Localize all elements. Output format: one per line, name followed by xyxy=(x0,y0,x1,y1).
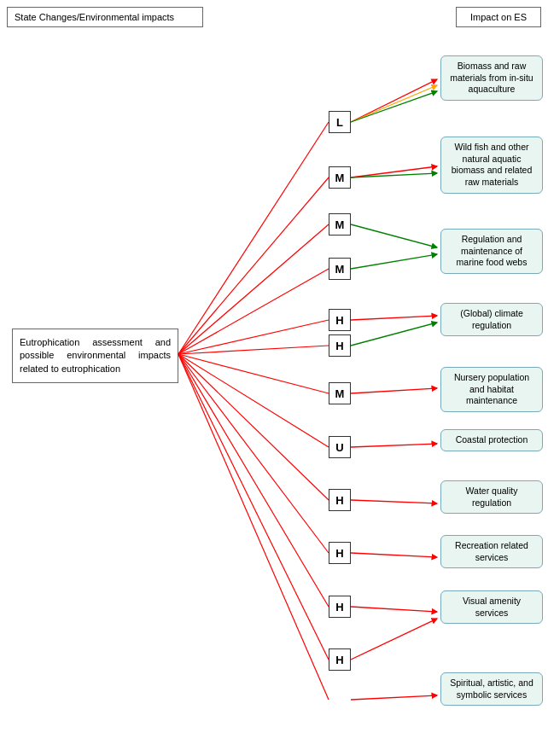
svg-line-0 xyxy=(178,122,329,354)
letter-box-M2: M xyxy=(329,213,351,236)
svg-line-24 xyxy=(351,500,437,503)
es-box-3: Regulation and maintenance of marine foo… xyxy=(440,229,543,274)
letter-box-H2: H xyxy=(329,334,351,357)
letter-box-M4: M xyxy=(329,382,351,404)
es-box-9: Visual amenity services xyxy=(440,590,543,624)
svg-line-13 xyxy=(351,79,437,122)
svg-line-6 xyxy=(178,354,329,393)
letter-box-H1: H xyxy=(329,309,351,331)
svg-line-21 xyxy=(351,323,437,346)
es-box-8: Recreation related services xyxy=(440,535,543,568)
letter-box-H6: H xyxy=(329,648,351,671)
source-text: Eutrophication assessment and possible e… xyxy=(20,337,171,374)
svg-line-27 xyxy=(351,619,437,660)
letter-box-L: L xyxy=(329,111,351,133)
svg-line-23 xyxy=(351,444,437,447)
svg-line-18 xyxy=(351,224,437,247)
letter-box-M1: M xyxy=(329,166,351,189)
letter-box-H3: H xyxy=(329,489,351,511)
svg-line-17 xyxy=(351,173,437,177)
svg-line-9 xyxy=(178,354,329,553)
es-box-4: (Global) climate regulation xyxy=(440,303,543,336)
letter-box-H4: H xyxy=(329,542,351,564)
es-box-2: Wild fish and other natural aquatic biom… xyxy=(440,137,543,194)
svg-line-4 xyxy=(178,320,329,354)
svg-line-2 xyxy=(178,224,329,354)
svg-line-15 xyxy=(351,91,437,122)
letter-box-U: U xyxy=(329,436,351,458)
svg-line-11 xyxy=(178,354,329,660)
svg-line-28 xyxy=(351,695,437,700)
svg-line-3 xyxy=(178,269,329,354)
header-right: Impact on ES xyxy=(456,7,541,27)
svg-line-20 xyxy=(351,316,437,320)
svg-line-16 xyxy=(351,166,437,177)
es-box-10: Spiritual, artistic, and symbolic servic… xyxy=(440,672,543,706)
es-box-6: Coastal protection xyxy=(440,429,543,451)
svg-line-12 xyxy=(178,354,329,700)
svg-line-8 xyxy=(178,354,329,500)
svg-line-5 xyxy=(178,346,329,354)
letter-box-H5: H xyxy=(329,596,351,618)
es-box-7: Water quality regulation xyxy=(440,480,543,514)
header-left-text: State Changes/Environmental impacts xyxy=(15,12,174,22)
source-box: Eutrophication assessment and possible e… xyxy=(12,329,178,383)
svg-line-26 xyxy=(351,607,437,612)
letter-box-M3: M xyxy=(329,258,351,280)
svg-line-25 xyxy=(351,553,437,557)
svg-line-10 xyxy=(178,354,329,607)
page-container: State Changes/Environmental impacts Impa… xyxy=(0,0,548,756)
svg-line-22 xyxy=(351,388,437,393)
svg-line-19 xyxy=(351,254,437,269)
svg-line-1 xyxy=(178,177,329,354)
es-box-1: Biomass and raw materials from in-situ a… xyxy=(440,55,543,101)
es-box-5: Nursery population and habitat maintenan… xyxy=(440,367,543,412)
svg-line-7 xyxy=(178,354,329,447)
header-right-text: Impact on ES xyxy=(470,12,527,22)
header-left: State Changes/Environmental impacts xyxy=(7,7,203,27)
svg-line-14 xyxy=(351,85,437,122)
